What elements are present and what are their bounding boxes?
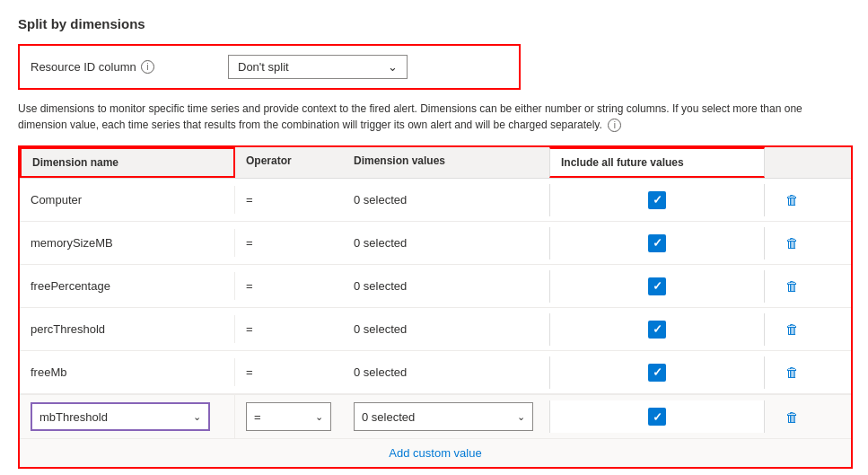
row-3-include[interactable] [549, 313, 765, 346]
row-2-delete-icon[interactable]: 🗑 [776, 278, 808, 294]
resource-id-info-icon[interactable]: i [141, 60, 154, 74]
last-editable-row: mbThreshold ⌄ = ⌄ 0 selected ⌄ � [20, 394, 851, 438]
resource-id-dropdown-value: Don't split [238, 60, 289, 74]
row-4-checkbox[interactable] [648, 364, 666, 382]
row-2-checkbox[interactable] [648, 277, 666, 295]
add-custom-row: Add custom value [20, 438, 851, 467]
table-body: Computer = 0 selected 🗑 memorySizeMB = [20, 179, 851, 467]
row-0-include[interactable] [549, 184, 765, 216]
row-3-delete-icon[interactable]: 🗑 [776, 321, 808, 337]
row-1-values[interactable]: 0 selected [343, 229, 549, 257]
table-row: freeMb = 0 selected 🗑 [20, 351, 851, 394]
resource-id-chevron-icon: ⌄ [388, 60, 398, 74]
header-operator: Operator [235, 147, 343, 178]
row-3-values[interactable]: 0 selected [343, 315, 549, 343]
row-3-checkbox[interactable] [648, 321, 666, 339]
row-3-delete[interactable]: 🗑 [765, 314, 819, 344]
row-2-include[interactable] [549, 270, 765, 303]
row-0-delete-icon[interactable]: 🗑 [776, 192, 808, 207]
row-0-name: Computer [20, 186, 235, 214]
last-row-operator-chevron-icon: ⌄ [315, 411, 323, 423]
last-row-name-chevron-icon: ⌄ [193, 411, 201, 423]
resource-id-row: Resource ID column i Don't split ⌄ [18, 44, 521, 90]
last-row-name-dropdown[interactable]: mbThreshold ⌄ [31, 402, 210, 431]
table-row: Computer = 0 selected 🗑 [20, 179, 851, 222]
row-4-delete-icon[interactable]: 🗑 [776, 365, 808, 380]
row-2-operator: = [235, 272, 343, 300]
table-row: percThreshold = 0 selected 🗑 [20, 308, 851, 351]
last-row-values-col: 0 selected ⌄ [343, 395, 549, 438]
last-row-operator-dropdown[interactable]: = ⌄ [246, 402, 331, 431]
resource-id-label: Resource ID column i [31, 60, 228, 74]
page-title: Split by dimensions [18, 16, 850, 31]
table-row: freePercentage = 0 selected 🗑 [20, 265, 851, 308]
last-row-include[interactable] [549, 400, 765, 433]
row-3-operator: = [235, 315, 343, 343]
description-info-icon[interactable]: i [608, 119, 621, 132]
header-dimension-values: Dimension values [343, 147, 549, 178]
dimensions-table: Dimension name Operator Dimension values… [18, 145, 853, 469]
row-2-delete[interactable]: 🗑 [765, 271, 819, 301]
row-0-values[interactable]: 0 selected [343, 186, 549, 214]
last-row-delete[interactable]: 🗑 [765, 402, 819, 432]
row-4-delete[interactable]: 🗑 [765, 357, 819, 387]
row-1-operator: = [235, 229, 343, 257]
last-row-values-dropdown[interactable]: 0 selected ⌄ [354, 402, 533, 431]
row-1-checkbox[interactable] [648, 234, 666, 252]
add-custom-link[interactable]: Add custom value [389, 446, 481, 460]
row-4-values[interactable]: 0 selected [343, 358, 549, 386]
row-4-name: freeMb [20, 358, 235, 386]
table-row: memorySizeMB = 0 selected 🗑 [20, 222, 851, 265]
row-4-include[interactable] [549, 356, 765, 389]
row-1-delete[interactable]: 🗑 [765, 228, 819, 258]
resource-id-dropdown[interactable]: Don't split ⌄ [228, 55, 408, 79]
last-row-operator-col: = ⌄ [235, 395, 343, 438]
header-actions [765, 147, 819, 178]
description-text: Use dimensions to monitor specific time … [18, 101, 844, 133]
header-dimension-name: Dimension name [20, 147, 235, 178]
row-0-delete[interactable]: 🗑 [765, 185, 819, 215]
row-2-name: freePercentage [20, 272, 235, 300]
row-4-operator: = [235, 358, 343, 386]
header-include-future: Include all future values [549, 147, 765, 178]
row-1-name: memorySizeMB [20, 229, 235, 257]
row-0-checkbox[interactable] [648, 191, 666, 209]
resource-id-text: Resource ID column [31, 60, 136, 74]
row-0-operator: = [235, 186, 343, 214]
last-row-delete-icon[interactable]: 🗑 [776, 409, 808, 425]
table-header: Dimension name Operator Dimension values… [20, 147, 851, 179]
last-row-values-chevron-icon: ⌄ [517, 411, 525, 423]
last-row-name-col: mbThreshold ⌄ [20, 395, 235, 438]
row-2-values[interactable]: 0 selected [343, 272, 549, 300]
row-1-include[interactable] [549, 227, 765, 259]
row-1-delete-icon[interactable]: 🗑 [776, 235, 808, 251]
last-row-checkbox[interactable] [648, 408, 666, 426]
row-3-name: percThreshold [20, 315, 235, 343]
